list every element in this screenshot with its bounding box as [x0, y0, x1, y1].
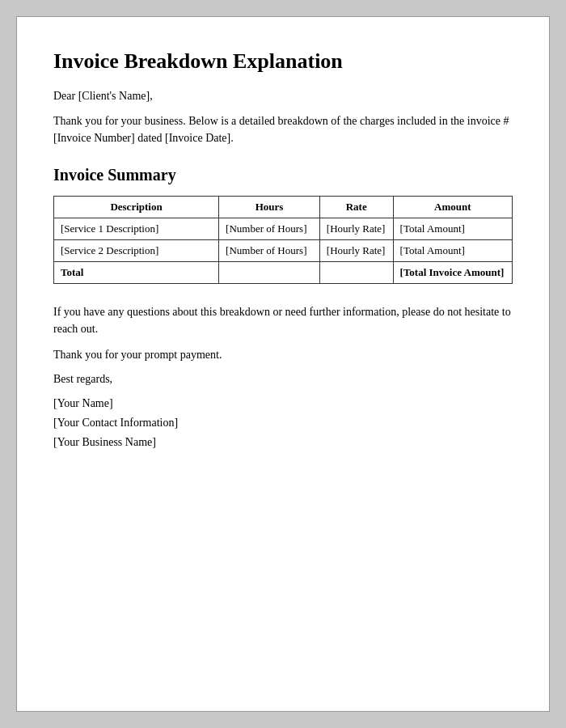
- table-row: [Service 1 Description] [Number of Hours…: [54, 218, 513, 240]
- intro-text: Thank you for your business. Below is a …: [53, 112, 513, 146]
- invoice-table: Description Hours Rate Amount [Service 1…: [53, 196, 513, 284]
- document-page: Invoice Breakdown Explanation Dear [Clie…: [16, 16, 550, 712]
- header-hours: Hours: [219, 197, 320, 218]
- total-invoice-amount: [Total Invoice Amount]: [393, 262, 512, 284]
- total-label: Total: [54, 262, 219, 284]
- best-regards-text: Best regards,: [53, 373, 513, 386]
- thank-you-text: Thank you for your prompt payment.: [53, 349, 513, 362]
- footer-text: If you have any questions about this bre…: [53, 303, 513, 337]
- signature-block: [Your Name] [Your Contact Information] […: [53, 394, 513, 451]
- service1-hours: [Number of Hours]: [219, 218, 320, 240]
- total-rate-empty: [319, 262, 393, 284]
- signature-contact: [Your Contact Information]: [53, 413, 513, 433]
- table-total-row: Total [Total Invoice Amount]: [54, 262, 513, 284]
- service1-amount: [Total Amount]: [393, 218, 512, 240]
- service1-description: [Service 1 Description]: [54, 218, 219, 240]
- total-hours-empty: [219, 262, 320, 284]
- section-title: Invoice Summary: [53, 166, 513, 184]
- service2-hours: [Number of Hours]: [219, 240, 320, 262]
- header-amount: Amount: [393, 197, 512, 218]
- service2-rate: [Hourly Rate]: [319, 240, 393, 262]
- header-rate: Rate: [319, 197, 393, 218]
- page-title: Invoice Breakdown Explanation: [53, 49, 513, 74]
- signature-name: [Your Name]: [53, 394, 513, 413]
- table-row: [Service 2 Description] [Number of Hours…: [54, 240, 513, 262]
- header-description: Description: [54, 197, 219, 218]
- service2-description: [Service 2 Description]: [54, 240, 219, 262]
- greeting-text: Dear [Client's Name],: [53, 90, 513, 103]
- table-header-row: Description Hours Rate Amount: [54, 197, 513, 218]
- signature-business: [Your Business Name]: [53, 433, 513, 452]
- service2-amount: [Total Amount]: [393, 240, 512, 262]
- service1-rate: [Hourly Rate]: [319, 218, 393, 240]
